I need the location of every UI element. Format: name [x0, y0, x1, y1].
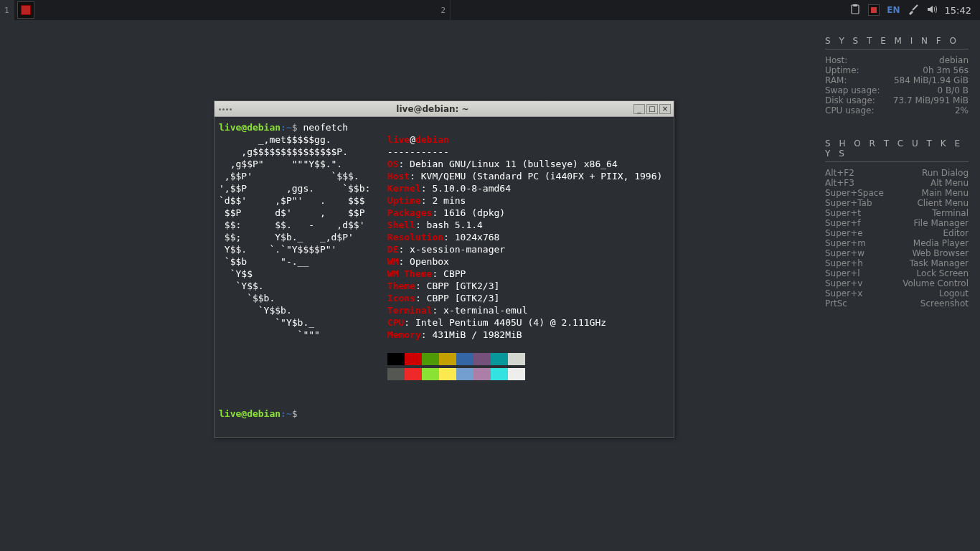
- terminal-window: live@debian: ~ _ □ × live@debian:~$ neof…: [214, 100, 674, 438]
- window-menu-icon[interactable]: [215, 108, 232, 110]
- shortcut-row: Super+tTerminal: [825, 208, 969, 218]
- shortcut-row: Super+SpaceMain Menu: [825, 188, 969, 198]
- shortcut-row: Alt+F2Run Dialog: [825, 168, 969, 178]
- window-titlebar[interactable]: live@debian: ~ _ □ ×: [215, 101, 674, 117]
- shortcut-row: Super+eEditor: [825, 228, 969, 238]
- workspace-2[interactable]: 2: [436, 0, 451, 20]
- maximize-button[interactable]: □: [646, 104, 658, 114]
- svg-rect-1: [853, 4, 857, 6]
- shortcut-row: Super+fFile Manager: [825, 218, 969, 228]
- sysinfo-row: Uptime:0h 3m 56s: [825, 65, 969, 75]
- shortcut-row: Super+wWeb Browser: [825, 248, 969, 258]
- shortcut-row: PrtScScreenshot: [825, 298, 969, 309]
- sysinfo-heading: S Y S T E M I N F O: [825, 36, 969, 50]
- taskbar-terminal-icon[interactable]: [17, 1, 34, 19]
- shortcut-row: Super+lLock Screen: [825, 268, 969, 278]
- sysinfo-row: Host:debian: [825, 55, 969, 65]
- sysinfo-row: Swap usage:0 B/0 B: [825, 85, 969, 95]
- brush-icon[interactable]: [908, 4, 919, 17]
- sysinfo-row: RAM:584 MiB/1.94 GiB: [825, 75, 969, 85]
- shortcuts-heading: S H O R T C U T K E Y S: [825, 138, 969, 162]
- keyboard-layout-indicator[interactable]: EN: [887, 5, 900, 15]
- workspace-1[interactable]: 1: [0, 0, 14, 20]
- shortcut-row: Super+hTask Manager: [825, 258, 969, 268]
- clipboard-icon[interactable]: [849, 4, 861, 17]
- clock[interactable]: 15:42: [945, 5, 971, 16]
- workspace-switcher: 1: [0, 0, 14, 20]
- window-title: live@debian: ~: [232, 104, 633, 114]
- shortcut-row: Super+mMedia Player: [825, 238, 969, 248]
- shortcut-row: Alt+F3Alt Menu: [825, 178, 969, 188]
- shortcut-row: Super+vVolume Control: [825, 278, 969, 288]
- conky-panel: S Y S T E M I N F O Host:debianUptime:0h…: [825, 36, 969, 331]
- volume-icon[interactable]: [926, 4, 938, 17]
- system-tray: EN 15:42: [849, 0, 980, 20]
- terminal-content[interactable]: live@debian:~$ neofetch _,met$$$$$gg. li…: [215, 117, 674, 437]
- minimize-button[interactable]: _: [633, 104, 645, 114]
- sysinfo-row: Disk usage:73.7 MiB/991 MiB: [825, 95, 969, 105]
- shortcut-row: Super+xLogout: [825, 288, 969, 298]
- sysinfo-row: CPU usage:2%: [825, 105, 969, 116]
- shortcut-row: Super+TabClient Menu: [825, 198, 969, 208]
- close-button[interactable]: ×: [659, 104, 671, 114]
- record-icon[interactable]: [868, 4, 880, 16]
- top-panel: 1 2 EN 15:42: [0, 0, 980, 20]
